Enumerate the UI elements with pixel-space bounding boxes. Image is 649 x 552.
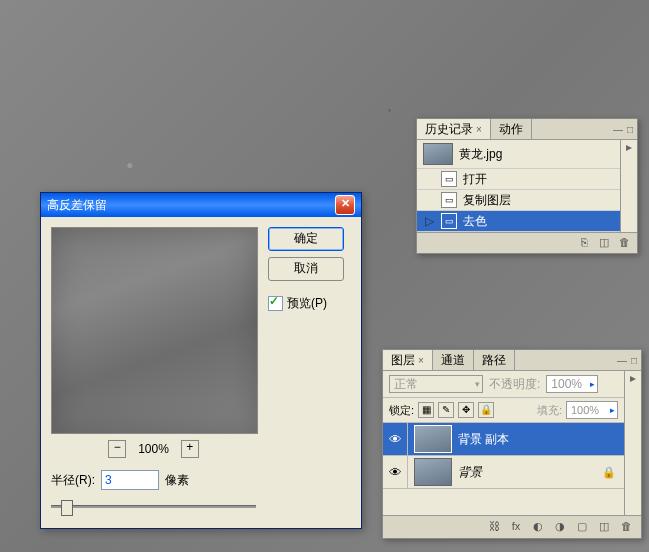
history-snapshot[interactable]: 黄龙.jpg — [417, 140, 620, 169]
folder-icon[interactable]: ▢ — [575, 520, 589, 534]
history-item[interactable]: ▭ 复制图层 — [417, 190, 620, 211]
fill-input[interactable]: 100% — [566, 401, 618, 419]
fx-icon[interactable]: fx — [509, 520, 523, 534]
zoom-out-button[interactable]: − — [108, 440, 126, 458]
trash-icon[interactable]: 🗑 — [617, 236, 631, 250]
opacity-input[interactable]: 100% — [546, 375, 598, 393]
fill-label: 填充: — [537, 403, 562, 418]
desaturate-icon: ▭ — [441, 213, 457, 229]
mask-icon[interactable]: ◐ — [531, 520, 545, 534]
dialog-title: 高反差保留 — [47, 197, 107, 214]
new-layer-icon[interactable]: ◫ — [597, 520, 611, 534]
layer-name[interactable]: 背景 副本 — [458, 431, 624, 448]
lock-all-icon[interactable]: 🔒 — [478, 402, 494, 418]
snapshot-thumb — [423, 143, 453, 165]
collapse-icon[interactable]: □ — [631, 355, 637, 366]
snapshot-name: 黄龙.jpg — [459, 146, 502, 163]
lock-icon: 🔒 — [594, 466, 624, 479]
trash-icon[interactable]: 🗑 — [619, 520, 633, 534]
collapse-icon[interactable]: □ — [627, 124, 633, 135]
close-icon[interactable]: × — [418, 355, 424, 366]
high-pass-dialog: 高反差保留 ✕ − 100% + 半径(R): 像素 确定 取消 — [40, 192, 362, 529]
visibility-toggle[interactable]: 👁 — [383, 423, 408, 455]
open-icon: ▭ — [441, 171, 457, 187]
preview-label: 预览(P) — [287, 295, 327, 312]
layer-name[interactable]: 背景 — [458, 464, 594, 481]
ok-button[interactable]: 确定 — [268, 227, 344, 251]
visibility-toggle[interactable]: 👁 — [383, 456, 408, 488]
dialog-titlebar[interactable]: 高反差保留 ✕ — [41, 193, 361, 217]
zoom-level: 100% — [138, 442, 169, 456]
preview-image[interactable] — [51, 227, 258, 434]
radius-slider[interactable] — [51, 496, 256, 516]
radius-label: 半径(R): — [51, 472, 95, 489]
preview-checkbox[interactable] — [268, 296, 283, 311]
tab-channels[interactable]: 通道 — [433, 350, 474, 370]
layer-thumb[interactable] — [414, 425, 452, 453]
slider-thumb[interactable] — [61, 500, 73, 516]
panel-menu-icon[interactable]: ▸ — [624, 371, 641, 515]
minimize-icon[interactable]: — — [617, 355, 627, 366]
layer-thumb[interactable] — [414, 458, 452, 486]
link-icon[interactable]: ⛓ — [487, 520, 501, 534]
layer-item[interactable]: 👁 背景 🔒 — [383, 456, 624, 489]
lock-move-icon[interactable]: ✥ — [458, 402, 474, 418]
lock-paint-icon[interactable]: ✎ — [438, 402, 454, 418]
lock-transparency-icon[interactable]: ▦ — [418, 402, 434, 418]
blend-mode-select[interactable]: 正常 — [389, 375, 483, 393]
radius-input[interactable] — [101, 470, 159, 490]
tab-history[interactable]: 历史记录× — [417, 119, 491, 139]
tab-layers[interactable]: 图层× — [383, 350, 433, 370]
tab-actions[interactable]: 动作 — [491, 119, 532, 139]
history-panel: 历史记录× 动作 — □ 黄龙.jpg ▭ 打开 ▭ 复制图层 — [416, 118, 638, 254]
new-snapshot-icon[interactable]: ◫ — [597, 236, 611, 250]
tab-paths[interactable]: 路径 — [474, 350, 515, 370]
history-brush-icon[interactable]: ▷ — [423, 214, 435, 228]
layers-panel: 图层× 通道 路径 — □ 正常 不透明度: 100% 锁定: ▦ ✎ ✥ 🔒 … — [382, 349, 642, 539]
radius-unit: 像素 — [165, 472, 189, 489]
new-doc-icon[interactable]: ⎘ — [577, 236, 591, 250]
history-item[interactable]: ▭ 打开 — [417, 169, 620, 190]
opacity-label: 不透明度: — [489, 376, 540, 393]
cancel-button[interactable]: 取消 — [268, 257, 344, 281]
close-icon[interactable]: × — [476, 124, 482, 135]
history-item[interactable]: ▷ ▭ 去色 — [417, 211, 620, 232]
zoom-in-button[interactable]: + — [181, 440, 199, 458]
adjustment-icon[interactable]: ◑ — [553, 520, 567, 534]
minimize-icon[interactable]: — — [613, 124, 623, 135]
layer-copy-icon: ▭ — [441, 192, 457, 208]
lock-label: 锁定: — [389, 403, 414, 418]
close-button[interactable]: ✕ — [335, 195, 355, 215]
layer-item[interactable]: 👁 背景 副本 — [383, 423, 624, 456]
panel-menu-icon[interactable]: ▸ — [620, 140, 637, 232]
